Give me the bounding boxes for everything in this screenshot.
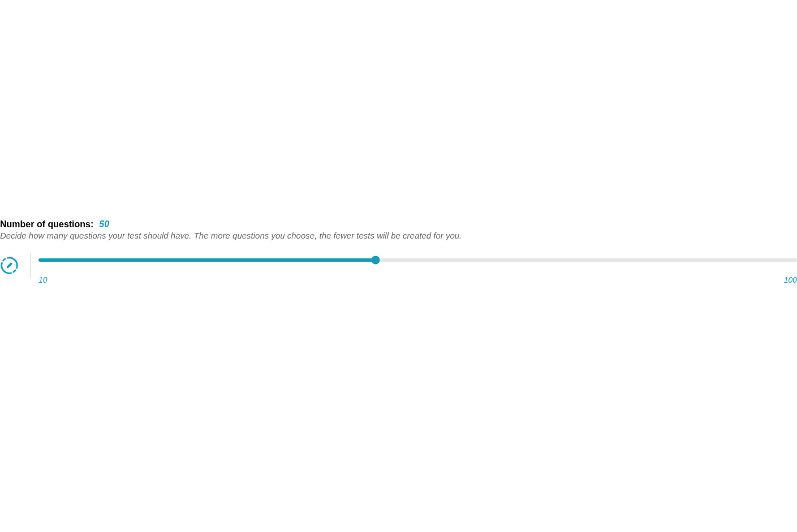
slider-fill	[38, 258, 376, 262]
slider-container: 10 100	[38, 256, 797, 284]
questions-slider[interactable]	[38, 258, 797, 262]
slider-row: 10 100	[0, 256, 797, 284]
questions-header: Number of questions: 50	[0, 219, 797, 230]
questions-label: Number of questions:	[0, 219, 93, 230]
slider-labels: 10 100	[38, 275, 797, 284]
questions-value: 50	[99, 219, 109, 230]
icon-container	[0, 256, 19, 275]
slider-max-label: 100	[784, 275, 797, 284]
slider-min-label: 10	[38, 275, 48, 284]
questions-description: Decide how many questions your test shou…	[0, 231, 797, 240]
edit-circle-icon	[0, 256, 19, 275]
vertical-divider	[30, 253, 31, 279]
slider-thumb[interactable]	[371, 256, 380, 265]
